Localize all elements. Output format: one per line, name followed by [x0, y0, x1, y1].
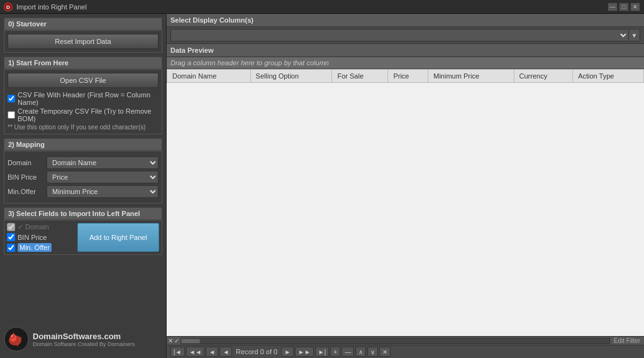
field-domain-item: ✓ Domain	[7, 223, 75, 231]
restore-button[interactable]: □	[619, 3, 629, 11]
section-start-header: 1) Start From Here	[4, 57, 162, 69]
col-action-type[interactable]: Action Type	[573, 70, 644, 83]
field-minoffer-checkbox[interactable]	[7, 244, 15, 252]
title-bar: D Import into Right Panel — □ ✕	[0, 0, 644, 14]
col-minimum-price[interactable]: Minimum Price	[428, 70, 514, 83]
section-fields-content: ✓ Domain BIN Price Min. Offer Add to Rig…	[4, 220, 162, 255]
horizontal-scrollbar[interactable]: ✕ ✓ Edit Filter	[167, 336, 644, 345]
scrollbar-thumb[interactable]	[181, 339, 200, 344]
window-title: Import into Right Panel	[16, 3, 608, 11]
csv-bom-checkbox[interactable]	[8, 111, 15, 119]
col-domain-name[interactable]: Domain Name	[167, 70, 251, 83]
col-for-sale[interactable]: For Sale	[332, 70, 388, 83]
data-table-container[interactable]: Domain Name Selling Option For Sale Pric…	[167, 69, 644, 336]
mapping-minoffer-select[interactable]: Minimum Price	[47, 185, 158, 198]
data-preview-bar: Data Preview	[167, 44, 644, 57]
section-mapping-header: 2) Mapping	[4, 138, 162, 151]
left-panel: 0) Startover Reset Import Data 1) Start …	[0, 14, 167, 358]
nav-last-button[interactable]: ►|	[315, 347, 330, 357]
section-start-content: Open CSV File CSV File With Header (Firs…	[4, 69, 162, 134]
nav-prev2-button[interactable]: ◄	[219, 347, 232, 357]
navigation-bar: |◄ ◄◄ ◄ ◄ Record 0 of 0 ► ►► ►| + — ∧ ∨ …	[167, 345, 644, 358]
col-currency[interactable]: Currency	[514, 70, 573, 83]
edit-filter-text[interactable]: Edit Filter	[611, 337, 643, 344]
nav-add-button[interactable]: +	[330, 347, 340, 357]
section-startover-header: 0) Startover	[4, 18, 162, 30]
nav-prev-fast-button[interactable]: ◄◄	[186, 347, 205, 357]
nav-cancel-button[interactable]: ✕	[379, 347, 391, 357]
nav-up-button[interactable]: ∧	[355, 347, 366, 357]
mapping-minoffer-row: Min.Offer Minimum Price	[8, 185, 158, 198]
logo-area: DomainSoftwares.com Domain Software Crea…	[4, 324, 162, 354]
csv-bom-label: Create Temporary CSV File (Try to Remove…	[18, 107, 158, 122]
record-count-text: Record 0 of 0	[233, 348, 280, 355]
field-domain-checkbox	[7, 223, 15, 231]
check-icon[interactable]: ✓	[174, 337, 179, 344]
logo-sub: Domain Software Created By Domainers	[33, 341, 135, 347]
checkbox-header-row: CSV File With Header (First Row = Column…	[8, 91, 158, 106]
select-columns-bar: Select Display Column(s)	[167, 14, 644, 27]
nav-down-button[interactable]: ∨	[367, 347, 378, 357]
data-table: Domain Name Selling Option For Sale Pric…	[167, 69, 644, 83]
section-select-fields: 3) Select Fields to Import Into Left Pan…	[4, 207, 162, 255]
svg-point-5	[11, 335, 14, 339]
nav-next-fast-button[interactable]: ►►	[295, 347, 314, 357]
group-hint-bar: Drag a column header here to group by th…	[167, 57, 644, 69]
minimize-button[interactable]: —	[608, 3, 618, 11]
col-selling-option[interactable]: Selling Option	[250, 70, 332, 83]
section-mapping-content: Domain Domain Name BIN Price Price Min.O…	[4, 151, 162, 203]
reset-import-button[interactable]: Reset Import Data	[8, 34, 158, 49]
add-right-panel-button[interactable]: Add to Right Panel	[77, 223, 159, 252]
mapping-domain-select[interactable]: Domain Name	[47, 156, 158, 169]
table-header-row: Domain Name Selling Option For Sale Pric…	[167, 70, 644, 83]
logo-dragon-icon	[4, 327, 29, 352]
nav-first-button[interactable]: |◄	[170, 347, 185, 357]
mapping-domain-label: Domain	[8, 159, 44, 166]
logo-text: DomainSoftwares.com Domain Software Crea…	[33, 332, 135, 347]
main-container: 0) Startover Reset Import Data 1) Start …	[0, 14, 644, 358]
section-startover-content: Reset Import Data	[4, 30, 162, 53]
bom-note: ** Use this option only If you see odd c…	[8, 124, 158, 131]
mapping-domain-row: Domain Domain Name	[8, 156, 158, 169]
section-fields-header: 3) Select Fields to Import Into Left Pan…	[4, 207, 162, 220]
field-minoffer-item: Min. Offer	[7, 243, 75, 252]
csv-header-label: CSV File With Header (First Row = Column…	[18, 91, 158, 106]
mapping-binprice-label: BIN Price	[8, 173, 44, 181]
close-button[interactable]: ✕	[630, 3, 640, 11]
field-binprice-checkbox[interactable]	[7, 233, 15, 241]
columns-dropdown-arrow[interactable]: ▼	[629, 29, 640, 41]
section-startover: 0) Startover Reset Import Data	[4, 18, 162, 53]
section-start-from-here: 1) Start From Here Open CSV File CSV Fil…	[4, 57, 162, 134]
columns-dropdown[interactable]	[170, 29, 629, 41]
mapping-minoffer-label: Min.Offer	[8, 188, 44, 195]
field-binprice-item: BIN Price	[7, 233, 75, 241]
field-minoffer-label: Min. Offer	[18, 243, 52, 252]
nav-next-button[interactable]: ►	[281, 347, 294, 357]
nav-delete-button[interactable]: —	[341, 347, 354, 357]
nav-prev-button[interactable]: ◄	[206, 347, 218, 357]
app-icon: D	[4, 3, 13, 11]
checkbox-bom-row: Create Temporary CSV File (Try to Remove…	[8, 107, 158, 122]
csv-header-checkbox[interactable]	[8, 95, 15, 102]
open-csv-button[interactable]: Open CSV File	[8, 73, 158, 88]
mapping-binprice-row: BIN Price Price	[8, 171, 158, 183]
logo-main: DomainSoftwares.com	[33, 332, 135, 341]
right-panel: Select Display Column(s) ▼ Data Preview …	[167, 14, 644, 358]
svg-point-7	[11, 335, 13, 337]
window-controls: — □ ✕	[608, 3, 640, 11]
mapping-binprice-select[interactable]: Price	[47, 171, 158, 183]
svg-text:D: D	[6, 4, 10, 10]
cross-icon[interactable]: ✕	[168, 337, 173, 344]
scrollbar-track[interactable]	[180, 338, 610, 344]
fields-checkboxes: ✓ Domain BIN Price Min. Offer	[7, 223, 75, 252]
columns-dropdown-row: ▼	[167, 27, 644, 44]
col-price[interactable]: Price	[388, 70, 428, 83]
section-mapping: 2) Mapping Domain Domain Name BIN Price …	[4, 138, 162, 203]
field-domain-label: ✓ Domain	[18, 223, 49, 231]
field-binprice-label: BIN Price	[18, 234, 47, 241]
